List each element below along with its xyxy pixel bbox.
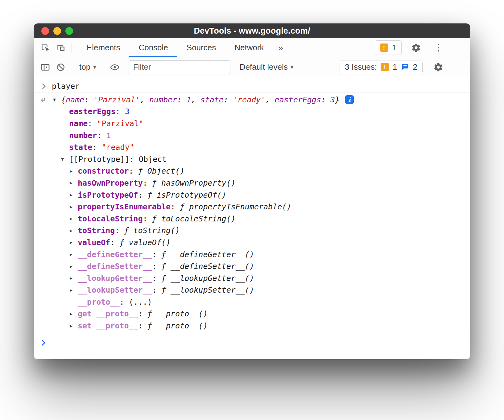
twisty-collapsed-icon[interactable]: ▶ xyxy=(70,264,78,269)
minimize-window-button[interactable] xyxy=(53,27,61,35)
create-live-expression-button[interactable] xyxy=(107,62,122,72)
inspect-element-button[interactable] xyxy=(38,38,53,57)
property-row: number: 1 xyxy=(34,130,470,142)
twisty-collapsed-icon[interactable]: ▶ xyxy=(70,204,78,210)
token-keydim: __defineSetter__ xyxy=(78,262,152,271)
twisty-collapsed-icon[interactable]: ▶ xyxy=(70,216,78,221)
twisty-collapsed-icon[interactable]: ▶ xyxy=(70,287,78,293)
tab-network[interactable]: Network xyxy=(225,38,273,57)
console-settings-button[interactable] xyxy=(431,62,446,72)
token-plain: : xyxy=(152,274,161,283)
token-str: 'ready' xyxy=(233,95,265,104)
token-keydim: __lookupSetter__ xyxy=(78,286,152,294)
twisty-collapsed-icon[interactable]: ▶ xyxy=(70,228,78,233)
token-fsym: ƒ xyxy=(147,191,157,200)
property-text: __lookupGetter__: ƒ __lookupGetter__() xyxy=(78,274,254,283)
console-sidebar-toggle-button[interactable] xyxy=(38,62,53,72)
main-menu-button[interactable] xyxy=(431,44,446,51)
log-levels-dropdown[interactable]: Default levels ▾ xyxy=(237,62,297,72)
token-plain: , xyxy=(191,95,200,104)
console-prompt-icon xyxy=(41,340,47,346)
token-key: hasOwnProperty xyxy=(78,179,143,187)
error-count-button[interactable]: ! 1 xyxy=(375,40,402,55)
token-fsym: ƒ xyxy=(147,321,157,330)
tab-elements[interactable]: Elements xyxy=(77,38,129,57)
token-key: isPrototypeOf xyxy=(78,191,138,200)
tab-sources[interactable]: Sources xyxy=(177,38,225,57)
twisty-expanded-icon[interactable]: ▼ xyxy=(53,97,61,102)
token-plain: : xyxy=(88,119,97,128)
token-fsym: ƒ xyxy=(124,226,134,235)
token-fn: __lookupSetter__() xyxy=(171,286,254,294)
close-window-button[interactable] xyxy=(41,27,49,35)
property-row: ▶__defineSetter__: ƒ __defineSetter__() xyxy=(34,260,470,272)
token-num: 3 xyxy=(125,107,130,116)
error-count: 1 xyxy=(392,43,396,52)
issues-label: 3 Issues: xyxy=(345,62,377,72)
command-text: player xyxy=(52,82,80,91)
device-toolbar-button[interactable] xyxy=(53,38,68,57)
property-row: ▶set __proto__: ƒ __proto__() xyxy=(34,320,470,332)
token-key: valueOf xyxy=(78,238,110,247)
twisty-collapsed-icon[interactable]: ▶ xyxy=(70,168,78,174)
property-row: ▶hasOwnProperty: ƒ hasOwnProperty() xyxy=(34,177,470,189)
zoom-window-button[interactable] xyxy=(65,27,73,35)
twisty-collapsed-icon[interactable]: ▶ xyxy=(70,252,78,257)
token-fn: __defineSetter__() xyxy=(171,262,254,271)
twisty-expanded-icon[interactable]: ▼ xyxy=(61,156,69,162)
gear-icon xyxy=(433,62,443,72)
result-preview-row: ▼ {name: 'Parzival', number: 1, state: '… xyxy=(34,94,470,106)
tab-console[interactable]: Console xyxy=(129,38,177,57)
token-key: name xyxy=(66,95,84,104)
token-num: 1 xyxy=(186,95,191,104)
console-panel[interactable]: player ▼ {name: 'Parzival', number: 1, s… xyxy=(34,77,470,359)
property-row: name: "Parzival" xyxy=(34,117,470,130)
token-plain: : xyxy=(115,226,124,235)
issue-error-count: 1 xyxy=(393,62,397,72)
desktop-background: DevTools - www.google.com/ ElementsConso… xyxy=(0,0,504,420)
twisty-collapsed-icon[interactable]: ▶ xyxy=(70,311,78,317)
twisty-collapsed-icon[interactable]: ▶ xyxy=(70,180,78,186)
info-icon[interactable]: i xyxy=(345,95,354,104)
twisty-collapsed-icon[interactable]: ▶ xyxy=(70,240,78,245)
token-key: toLocaleString xyxy=(78,214,143,223)
toolbar-right-cluster: ! 1 xyxy=(375,38,470,57)
token-ellipsis[interactable]: (...) xyxy=(129,298,152,307)
property-text: set __proto__: ƒ __proto__() xyxy=(78,321,208,330)
token-keydim: __proto__ xyxy=(78,298,119,307)
token-fsym: ƒ xyxy=(152,179,161,187)
property-row: ▶isPrototypeOf: ƒ isPrototypeOf() xyxy=(34,189,470,201)
token-plain: : xyxy=(152,286,161,294)
token-plain: : xyxy=(84,95,93,104)
token-fsym: ƒ xyxy=(161,274,171,283)
token-plain: : xyxy=(92,143,101,152)
twisty-collapsed-icon[interactable]: ▶ xyxy=(70,323,78,329)
property-text: valueOf: ƒ valueOf() xyxy=(78,238,171,247)
more-tabs-button[interactable]: » xyxy=(273,38,288,57)
token-plain: , xyxy=(265,95,275,104)
twisty-collapsed-icon[interactable]: ▶ xyxy=(70,275,78,281)
property-text: state: "ready" xyxy=(69,143,134,152)
token-key: state xyxy=(200,95,224,104)
filter-input[interactable] xyxy=(129,60,230,74)
property-row: easterEggs: 3 xyxy=(34,106,470,118)
clear-console-button[interactable] xyxy=(53,63,68,72)
chevron-down-icon: ▾ xyxy=(93,64,96,71)
titlebar[interactable]: DevTools - www.google.com/ xyxy=(34,23,470,38)
devtools-window: DevTools - www.google.com/ ElementsConso… xyxy=(34,23,470,359)
console-command-echo: player xyxy=(34,80,470,93)
property-text: __proto__: (...) xyxy=(78,298,152,307)
block-icon xyxy=(56,63,65,72)
issues-button[interactable]: 3 Issues: ! 1 2 xyxy=(340,60,423,74)
device-toolbar-icon xyxy=(56,43,66,53)
twisty-collapsed-icon[interactable]: ▶ xyxy=(70,192,78,198)
property-row: __proto__: (...) xyxy=(34,296,470,308)
context-selector[interactable]: top ▾ xyxy=(75,62,101,72)
token-key: name xyxy=(69,119,88,128)
console-input[interactable] xyxy=(34,335,470,351)
token-num: 1 xyxy=(106,131,111,140)
token-keydim: get __proto__ xyxy=(78,309,138,318)
token-str: "ready" xyxy=(101,143,134,152)
property-row: ▶__defineGetter__: ƒ __defineGetter__() xyxy=(34,249,470,261)
settings-button[interactable] xyxy=(408,43,424,53)
